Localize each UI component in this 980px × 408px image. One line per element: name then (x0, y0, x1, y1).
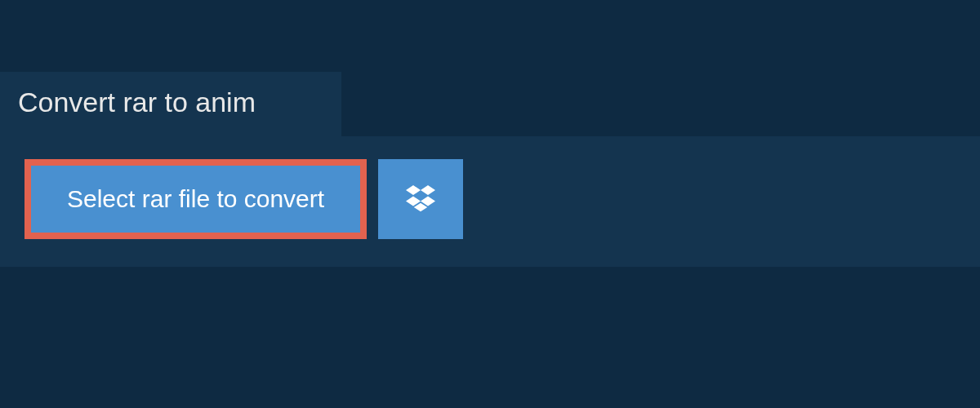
dropbox-button[interactable] (378, 159, 463, 239)
tab-convert[interactable]: Convert rar to anim (0, 72, 341, 136)
tab-bar: Convert rar to anim (0, 72, 980, 136)
dropbox-icon (406, 183, 435, 215)
convert-panel: Select rar file to convert (0, 136, 980, 267)
tab-title: Convert rar to anim (18, 86, 256, 118)
action-row: Select rar file to convert (24, 159, 956, 239)
select-file-label: Select rar file to convert (67, 185, 324, 213)
select-file-button[interactable]: Select rar file to convert (24, 159, 367, 239)
